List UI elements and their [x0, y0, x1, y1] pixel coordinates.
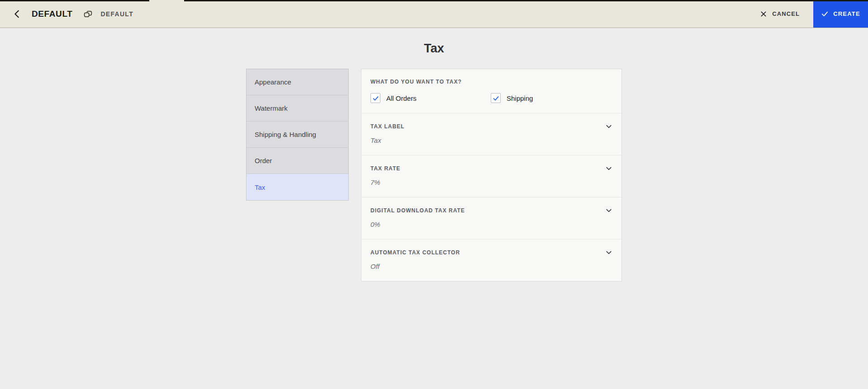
section-value: Off — [370, 262, 612, 271]
x-icon — [760, 10, 767, 18]
copy-link-icon — [82, 9, 93, 19]
section-tax-rate-header[interactable]: TAX RATE — [370, 165, 612, 172]
tab-order[interactable]: Order — [247, 148, 348, 174]
checkbox-label: All Orders — [386, 94, 417, 102]
top-strip-segment-left — [0, 0, 149, 1]
chevron-down-icon[interactable] — [605, 123, 612, 130]
cancel-label: CANCEL — [772, 10, 800, 17]
section-automatic-tax-collector: AUTOMATIC TAX COLLECTOR Off — [361, 239, 621, 281]
top-strip — [0, 0, 868, 1]
section-label: DIGITAL DOWNLOAD TAX RATE — [370, 207, 465, 214]
topbar: DEFAULT DEFAULT CANCEL CREATE — [0, 0, 868, 28]
section-tax-targets: WHAT DO YOU WANT TO TAX? All Orders — [361, 69, 621, 113]
tab-tax[interactable]: Tax — [247, 174, 348, 200]
section-digital-download-tax-rate-header[interactable]: DIGITAL DOWNLOAD TAX RATE — [370, 207, 612, 214]
topbar-actions: CANCEL CREATE — [760, 0, 868, 28]
content-row: Appearance Watermark Shipping & Handling… — [0, 69, 868, 281]
settings-tab-list: Appearance Watermark Shipping & Handling… — [246, 69, 349, 201]
main-content: Tax Appearance Watermark Shipping & Hand… — [0, 28, 868, 281]
check-icon — [821, 10, 829, 18]
checkbox-box[interactable] — [491, 93, 501, 103]
tab-label: Tax — [255, 183, 265, 191]
tax-targets-label: WHAT DO YOU WANT TO TAX? — [370, 79, 612, 85]
back-button[interactable] — [11, 8, 24, 20]
top-strip-gap — [149, 0, 184, 1]
tab-label: Watermark — [255, 104, 288, 112]
tab-label: Order — [255, 157, 272, 164]
tab-label: Appearance — [255, 78, 291, 86]
cancel-button[interactable]: CANCEL — [760, 10, 800, 18]
section-label: TAX LABEL — [370, 123, 404, 130]
section-value: Tax — [370, 136, 612, 145]
top-strip-segment-right — [184, 0, 868, 1]
section-tax-label: TAX LABEL Tax — [361, 113, 621, 155]
chevron-down-icon[interactable] — [605, 249, 612, 256]
preset-subtitle: DEFAULT — [100, 10, 133, 18]
preset-title: DEFAULT — [32, 9, 72, 19]
section-value: 7% — [370, 178, 612, 187]
section-label: TAX RATE — [370, 165, 400, 172]
tab-shipping-handling[interactable]: Shipping & Handling — [247, 122, 348, 148]
section-value: 0% — [370, 220, 612, 229]
tax-targets-options: All Orders Shipping — [370, 93, 612, 103]
create-label: CREATE — [833, 10, 860, 17]
tab-label: Shipping & Handling — [255, 131, 316, 138]
section-digital-download-tax-rate: DIGITAL DOWNLOAD TAX RATE 0% — [361, 197, 621, 239]
tab-appearance[interactable]: Appearance — [247, 69, 348, 95]
chevron-down-icon[interactable] — [605, 207, 612, 214]
checkbox-shipping[interactable]: Shipping — [491, 93, 611, 103]
section-automatic-tax-collector-header[interactable]: AUTOMATIC TAX COLLECTOR — [370, 249, 612, 256]
create-button[interactable]: CREATE — [813, 0, 868, 28]
checkbox-label: Shipping — [507, 94, 533, 102]
checkbox-box[interactable] — [370, 93, 380, 103]
checkmark-icon — [493, 95, 499, 102]
page-title: Tax — [0, 41, 868, 56]
checkmark-icon — [372, 95, 379, 102]
tab-watermark[interactable]: Watermark — [247, 95, 348, 122]
section-tax-label-header[interactable]: TAX LABEL — [370, 123, 612, 130]
section-tax-rate: TAX RATE 7% — [361, 155, 621, 197]
chevron-left-icon — [12, 9, 22, 19]
chevron-down-icon[interactable] — [605, 165, 612, 172]
checkbox-all-orders[interactable]: All Orders — [370, 93, 491, 103]
tax-settings-panel: WHAT DO YOU WANT TO TAX? All Orders — [361, 69, 622, 281]
section-label: AUTOMATIC TAX COLLECTOR — [370, 249, 460, 256]
